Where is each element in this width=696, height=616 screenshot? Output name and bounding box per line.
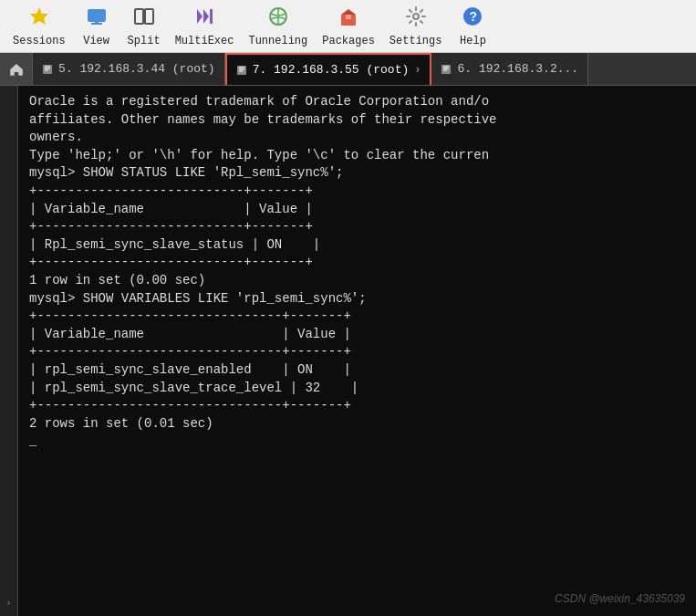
tab-3[interactable]: 6. 192.168.3.2...: [431, 53, 588, 85]
svg-rect-3: [95, 22, 99, 25]
terminal-line: +--------------------------------+------…: [29, 397, 685, 415]
left-sidebar: ›: [0, 86, 18, 616]
terminal-line: +---------------------------+-------+: [29, 183, 685, 201]
multiexec-icon: [193, 5, 215, 33]
toolbar-tunneling[interactable]: Tunneling: [243, 4, 313, 49]
tab2-label: 7. 192.168.3.55 (root): [253, 63, 410, 77]
terminal[interactable]: Oracle is a registered trademark of Orac…: [18, 86, 696, 616]
sessions-icon: [28, 5, 50, 33]
toolbar-view[interactable]: View: [75, 4, 119, 49]
tab2-chevron: ›: [414, 64, 421, 77]
tab-bar: 5. 192.168.3.44 (root) 7. 192.168.3.55 (…: [0, 53, 696, 86]
toolbar-sessions[interactable]: Sessions: [7, 4, 71, 49]
sidebar-arrow[interactable]: ›: [5, 599, 11, 609]
multiexec-label: MultiExec: [175, 35, 234, 47]
terminal-line: | Variable_name | Value |: [29, 326, 685, 344]
settings-label: Settings: [390, 35, 442, 47]
terminal-line: affiliates. Other names may be trademark…: [29, 111, 685, 130]
tab2-icon: [236, 65, 247, 76]
svg-rect-1: [88, 9, 106, 22]
toolbar-settings[interactable]: Settings: [384, 4, 448, 49]
terminal-line: mysql> SHOW VARIABLES LIKE 'rpl_semi_syn…: [29, 290, 685, 308]
terminal-line: | Variable_name | Value |: [29, 201, 685, 219]
tunneling-label: Tunneling: [248, 35, 307, 47]
help-icon: ?: [462, 5, 483, 33]
help-label: Help: [460, 35, 486, 47]
split-label: Split: [128, 35, 161, 47]
svg-rect-13: [346, 15, 351, 19]
svg-text:?: ?: [470, 9, 478, 24]
view-label: View: [83, 35, 109, 47]
watermark: CSDN @weixin_43635039: [555, 591, 685, 607]
terminal-line: +---------------------------+-------+: [29, 218, 685, 236]
svg-marker-8: [203, 9, 209, 24]
terminal-line: mysql> SHOW STATUS LIKE 'Rpl_semi_sync%'…: [29, 164, 685, 183]
view-icon: [86, 5, 108, 33]
split-icon: [133, 5, 155, 33]
terminal-line: | rpl_semi_sync_slave_enabled | ON |: [29, 361, 685, 380]
terminal-line: +--------------------------------+------…: [29, 308, 685, 326]
terminal-line: owners.: [29, 129, 685, 147]
settings-icon: [405, 5, 427, 33]
svg-marker-0: [30, 7, 48, 25]
toolbar-packages[interactable]: Packages: [317, 4, 380, 49]
svg-rect-5: [145, 9, 153, 24]
svg-point-14: [413, 14, 419, 19]
toolbar-split[interactable]: Split: [122, 4, 166, 49]
main-area: › Oracle is a registered trademark of Or…: [0, 86, 696, 616]
sessions-label: Sessions: [13, 35, 66, 47]
toolbar: Sessions View Split: [0, 0, 696, 53]
svg-rect-4: [135, 9, 143, 24]
svg-rect-9: [210, 9, 213, 24]
tab-home[interactable]: [0, 53, 33, 85]
tab1-label: 5. 192.168.3.44 (root): [58, 62, 215, 76]
svg-marker-12: [341, 9, 356, 15]
terminal-line: +---------------------------+-------+: [29, 254, 685, 272]
terminal-line: | Rpl_semi_sync_slave_status | ON |: [29, 236, 685, 255]
tab3-label: 6. 192.168.3.2...: [457, 62, 578, 76]
tab-2[interactable]: 7. 192.168.3.55 (root) ›: [225, 53, 432, 85]
tab3-icon: [441, 64, 452, 75]
toolbar-multiexec[interactable]: MultiExec: [170, 4, 240, 49]
terminal-line: | rpl_semi_sync_slave_trace_level | 32 |: [29, 380, 685, 398]
tab1-icon: [42, 64, 53, 75]
terminal-line: Oracle is a registered trademark of Orac…: [29, 93, 685, 111]
terminal-line: 2 rows in set (0.01 sec): [29, 415, 685, 433]
terminal-line: _: [29, 433, 685, 451]
terminal-line: +--------------------------------+------…: [29, 343, 685, 361]
toolbar-help[interactable]: ? Help: [451, 4, 494, 49]
tunneling-icon: [267, 5, 289, 33]
svg-marker-7: [197, 9, 203, 24]
tab-1[interactable]: 5. 192.168.3.44 (root): [33, 53, 225, 85]
terminal-line: Type 'help;' or '\h' for help. Type '\c'…: [29, 147, 685, 165]
packages-label: Packages: [322, 35, 375, 47]
terminal-line: 1 row in set (0.00 sec): [29, 272, 685, 290]
packages-icon: [338, 5, 359, 33]
